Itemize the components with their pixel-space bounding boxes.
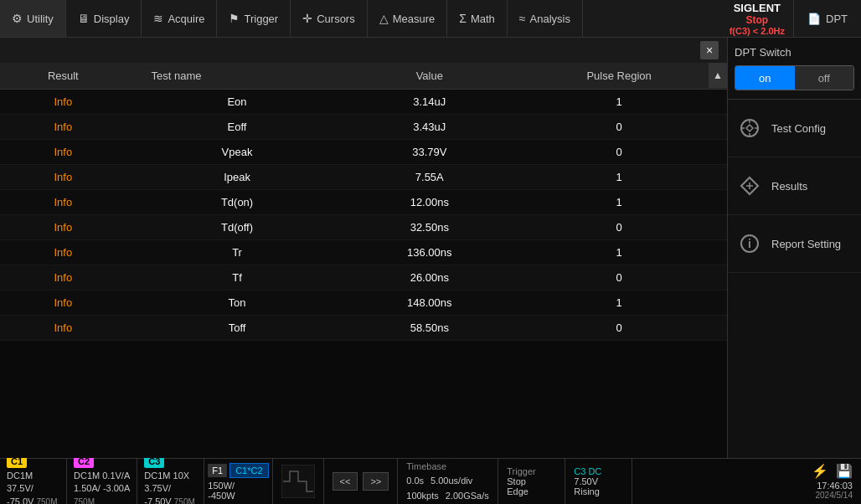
c2-val2: 1.50A/ — [74, 483, 101, 493]
timebase-val3: 100kpts — [406, 489, 439, 504]
c3dc-val1: 7.50V — [574, 476, 623, 486]
results-icon — [736, 172, 763, 199]
pulse-cell: 1 — [511, 240, 727, 265]
nav-math-label: Math — [471, 13, 495, 25]
scroll-up-arrow[interactable]: ▲ — [709, 63, 727, 88]
result-cell: Info — [0, 215, 126, 240]
table-area: × Result Test name Value Pulse Region In… — [0, 38, 727, 458]
c1-val1: 37.5V/ — [7, 483, 34, 493]
top-nav: ⚙ Utility 🖥 Display ≋ Acquire ⚑ Trigger … — [0, 0, 861, 38]
test-config-icon — [736, 115, 763, 141]
testname-cell: Eoff — [126, 115, 348, 140]
c3-sub: 750M — [174, 497, 195, 504]
c1-val2: -75.0V — [7, 496, 34, 504]
testname-cell: Vpeak — [126, 140, 348, 165]
c1-channel: C1 DC1M 37.5V/ -75.0V 750M — [0, 459, 67, 504]
value-cell: 136.00ns — [348, 240, 511, 265]
sidebar-item-test-config[interactable]: Test Config — [728, 100, 861, 157]
sidebar-item-results[interactable]: Results — [728, 157, 861, 215]
testname-cell: Ipeak — [126, 165, 348, 190]
c2-val3: -3.00A — [103, 483, 130, 493]
nav-prev-button[interactable]: << — [333, 472, 358, 491]
nav-math[interactable]: Σ Math — [447, 0, 508, 37]
display-icon: 🖥 — [78, 12, 90, 25]
doc-icon: 📄 — [807, 13, 821, 25]
pulse-cell: 0 — [511, 265, 727, 291]
pulse-cell: 0 — [511, 316, 727, 341]
value-cell: 32.50ns — [348, 215, 511, 240]
data-table: Result Test name Value Pulse Region Info… — [0, 63, 727, 341]
c3-val1: 10X — [173, 471, 190, 481]
nav-display-label: Display — [94, 13, 130, 25]
timebase-val1: 0.0s — [406, 474, 424, 489]
trigger-val2: Edge — [507, 486, 556, 496]
toggle-on-button[interactable]: on — [735, 66, 795, 90]
value-cell: 58.50ns — [348, 316, 511, 341]
table-header-bar: × — [0, 38, 727, 63]
nav-cursors[interactable]: ✛ Cursors — [291, 0, 368, 37]
table-row: Info Toff 58.50ns 0 — [0, 316, 727, 341]
nav-trigger[interactable]: ⚑ Trigger — [217, 0, 291, 37]
nav-next-button[interactable]: >> — [363, 472, 389, 491]
table-row: Info Ipeak 7.55A 1 — [0, 165, 727, 190]
f1-val1: 150W/ — [208, 481, 235, 491]
pulse-cell: 1 — [511, 90, 727, 115]
testname-cell: Tr — [126, 240, 348, 265]
result-cell: Info — [0, 291, 126, 316]
value-cell: 3.14uJ — [348, 90, 511, 115]
value-cell: 7.55A — [348, 165, 511, 190]
testname-cell: Ton — [126, 291, 348, 316]
pulse-cell: 1 — [511, 190, 727, 215]
c3-type: DC1M — [144, 471, 170, 481]
results-label: Results — [771, 180, 807, 193]
col-value: Value — [348, 63, 511, 90]
f1-formula: C1*C2 — [229, 463, 268, 478]
timebase-section: Timebase 0.0s 5.00us/div 100kpts 2.00GSa… — [398, 459, 498, 504]
nav-display[interactable]: 🖥 Display — [66, 0, 142, 37]
value-cell: 148.00ns — [348, 291, 511, 316]
trigger-label: Trigger — [507, 466, 556, 476]
pulse-cell: 1 — [511, 165, 727, 190]
c3-val3: -7.50V — [144, 496, 171, 504]
utility-icon: ⚙ — [12, 12, 23, 25]
table-row: Info Eoff 3.43uJ 0 — [0, 115, 727, 140]
nav-acquire-label: Acquire — [168, 13, 204, 25]
time-section: ⚡ 💾 17:46:03 2024/5/14 — [799, 459, 861, 504]
result-cell: Info — [0, 140, 126, 165]
stop-condition: f(C3) < 2.0Hz — [730, 26, 785, 36]
result-cell: Info — [0, 190, 126, 215]
testname-cell: Td(on) — [126, 190, 348, 215]
c2-channel: C2 DC1M 0.1V/A 1.50A/ -3.00A 750M — [67, 459, 137, 504]
report-setting-icon: i — [736, 230, 763, 257]
c1-type: DC1M — [7, 471, 33, 481]
bottom-bar: C1 DC1M 37.5V/ -75.0V 750M C2 DC1M 0.1V/… — [0, 458, 861, 504]
value-cell: 33.79V — [348, 140, 511, 165]
value-cell: 12.00ns — [348, 190, 511, 215]
nav-analysis-label: Analysis — [530, 13, 570, 25]
brand-name: SIGLENT — [734, 2, 781, 14]
nav-utility-label: Utility — [27, 13, 54, 25]
sidebar-item-report-setting[interactable]: i Report Setting — [728, 215, 861, 273]
col-result: Result — [0, 63, 126, 90]
nav-analysis[interactable]: ≈ Analysis — [508, 0, 583, 37]
table-row: Info Eon 3.14uJ 1 — [0, 90, 727, 115]
nav-utility[interactable]: ⚙ Utility — [0, 0, 66, 37]
cursors-icon: ✛ — [302, 12, 312, 25]
col-testname: Test name — [126, 63, 348, 90]
dpt-tab[interactable]: 📄 DPT — [793, 0, 861, 37]
trigger-icon: ⚑ — [229, 12, 240, 25]
value-cell: 3.43uJ — [348, 115, 511, 140]
nav-acquire[interactable]: ≋ Acquire — [142, 0, 217, 37]
main-area: × Result Test name Value Pulse Region In… — [0, 38, 861, 458]
toggle-off-button[interactable]: off — [795, 66, 854, 90]
table-row: Info Ton 148.00ns 1 — [0, 291, 727, 316]
close-button[interactable]: × — [700, 41, 719, 59]
f1-label: F1 — [208, 464, 227, 477]
measure-icon: △ — [379, 12, 389, 25]
analysis-icon: ≈ — [519, 12, 526, 25]
f1-val2: -450W — [208, 491, 235, 501]
result-cell: Info — [0, 265, 126, 291]
trigger-section: Trigger Stop Edge — [498, 459, 565, 504]
scroll-arrows: ▲ ▼ — [709, 63, 727, 458]
nav-measure[interactable]: △ Measure — [368, 0, 448, 37]
